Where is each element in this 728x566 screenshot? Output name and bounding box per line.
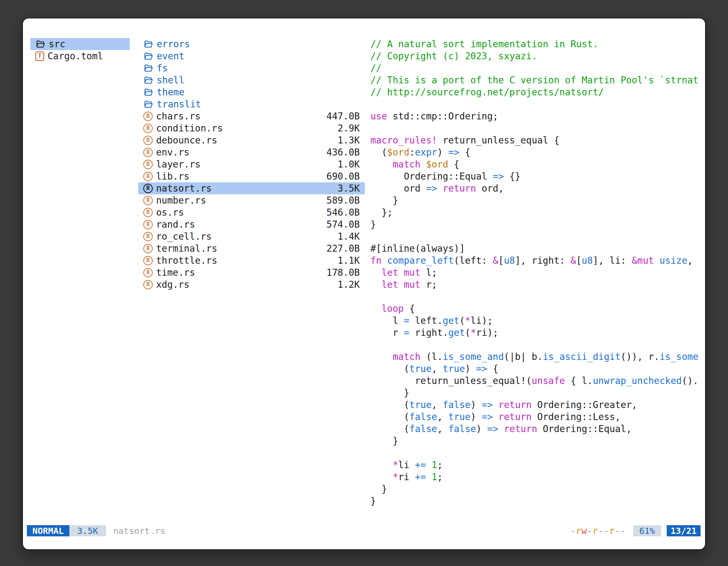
file-row[interactable]: TCargo.toml xyxy=(30,50,130,62)
mode-badge: NORMAL xyxy=(27,525,69,536)
code-line: (true, false) => return Ordering::Greate… xyxy=(370,399,698,411)
entry-size: 178.0B xyxy=(323,267,360,278)
rust-file-icon: R xyxy=(143,232,153,241)
code-line: match (l.is_some_and(|b| b.is_ascii_digi… xyxy=(370,351,698,363)
file-row[interactable]: Rtime.rs178.0B xyxy=(138,267,365,279)
file-row[interactable]: Rnatsort.rs3.5K xyxy=(138,182,365,194)
entry-name: Cargo.toml xyxy=(48,51,103,62)
status-filename: natsort.rs xyxy=(113,526,166,536)
code-line: return_unless_equal!(unsafe { l.unwrap_u… xyxy=(370,375,698,387)
code-line: *ri += 1; xyxy=(370,471,698,483)
file-row[interactable]: Renv.rs436.0B xyxy=(138,146,365,158)
dir-row[interactable]: event xyxy=(138,50,365,62)
rust-file-icon: R xyxy=(143,220,153,229)
current-panel: errorseventfsshellthemetranslitRchars.rs… xyxy=(138,38,365,290)
rust-file-icon: R xyxy=(143,280,153,289)
code-line: } xyxy=(370,483,698,495)
file-row[interactable]: Ros.rs546.0B xyxy=(138,206,365,219)
entry-size: 227.0B xyxy=(323,243,360,254)
entry-name: condition.rs xyxy=(156,123,223,134)
preview-panel: // A natural sort implementation in Rust… xyxy=(370,38,698,507)
code-line: Ordering::Equal => {} xyxy=(370,170,698,182)
rust-file-icon: R xyxy=(143,196,153,205)
file-row[interactable]: Rro_cell.rs1.4K xyxy=(138,231,365,243)
folder-icon xyxy=(143,99,153,109)
code-line: (false, false) => return Ordering::Equal… xyxy=(370,423,698,435)
rust-file-icon: R xyxy=(143,256,153,266)
code-line: } xyxy=(370,435,698,447)
file-row[interactable]: Rcondition.rs2.9K xyxy=(138,122,365,134)
entry-name: throttle.rs xyxy=(156,255,217,266)
file-row[interactable]: Rchars.rs447.0B xyxy=(138,110,365,122)
code-line: l = left.get(*li); xyxy=(370,314,698,326)
code-line: } xyxy=(370,219,698,231)
code-line: } xyxy=(370,495,698,507)
entry-size: 1.0K xyxy=(334,159,360,170)
code-line: // xyxy=(370,62,698,74)
dir-row[interactable]: fs xyxy=(138,62,365,74)
file-row[interactable]: Rterminal.rs227.0B xyxy=(138,243,365,255)
dir-row[interactable]: theme xyxy=(138,86,365,98)
entry-name: layer.rs xyxy=(156,159,201,170)
file-row[interactable]: Rrand.rs574.0B xyxy=(138,219,365,231)
entry-name: number.rs xyxy=(156,195,206,206)
file-row[interactable]: Rxdg.rs1.2K xyxy=(138,279,365,290)
dir-row[interactable]: errors xyxy=(138,38,365,50)
rust-file-icon: R xyxy=(143,268,153,278)
entry-name: event xyxy=(157,51,184,62)
code-line: ($ord:expr) => { xyxy=(370,146,698,158)
file-row[interactable]: Rnumber.rs589.0B xyxy=(138,194,365,206)
entry-name: shell xyxy=(157,75,184,86)
entry-size: 589.0B xyxy=(323,195,360,206)
code-line: (true, true) => { xyxy=(370,363,698,375)
code-line: #[inline(always)] xyxy=(370,243,698,255)
code-line xyxy=(370,122,698,134)
file-row[interactable]: Rthrottle.rs1.1K xyxy=(138,255,365,267)
folder-icon xyxy=(143,75,153,85)
file-manager-window: srcTCargo.toml errorseventfsshellthemetr… xyxy=(22,18,706,550)
entry-name: env.rs xyxy=(156,147,189,158)
entry-name: ro_cell.rs xyxy=(156,231,212,242)
entry-name: theme xyxy=(157,87,184,98)
status-right-group: -rw-r--r-- 61% 13/21 xyxy=(570,525,701,536)
entry-size: 436.0B xyxy=(323,147,360,158)
code-line: // Copyright (c) 2023, sxyazi. xyxy=(370,50,698,62)
dir-row[interactable]: translit xyxy=(138,98,365,110)
rust-file-icon: R xyxy=(143,244,153,254)
main-area: srcTCargo.toml errorseventfsshellthemetr… xyxy=(23,18,705,525)
code-line: // This is a port of the C version of Ma… xyxy=(370,74,698,86)
dir-row[interactable]: shell xyxy=(138,74,365,86)
entry-name: lib.rs xyxy=(156,171,189,182)
parent-panel: srcTCargo.toml xyxy=(30,38,130,62)
code-line xyxy=(370,231,698,243)
entry-name: debounce.rs xyxy=(156,135,217,146)
code-line: } xyxy=(370,194,698,206)
code-line: (false, true) => return Ordering::Less, xyxy=(370,411,698,423)
code-line xyxy=(370,339,698,351)
rust-file-icon: R xyxy=(143,148,153,157)
dir-row[interactable]: src xyxy=(30,38,130,50)
file-row[interactable]: Rdebounce.rs1.3K xyxy=(138,134,365,146)
file-row[interactable]: Rlib.rs690.0B xyxy=(138,170,365,182)
code-line xyxy=(370,98,698,110)
rust-file-icon: R xyxy=(143,136,153,145)
entry-size: 574.0B xyxy=(323,219,360,230)
code-line: *li += 1; xyxy=(370,459,698,471)
rust-file-icon: R xyxy=(143,124,153,133)
code-line: loop { xyxy=(370,302,698,314)
code-line: let mut r; xyxy=(370,279,698,290)
code-line: match $ord { xyxy=(370,158,698,170)
rust-file-icon: R xyxy=(143,208,153,217)
entry-name: src xyxy=(49,39,65,50)
file-row[interactable]: Rlayer.rs1.0K xyxy=(138,158,365,170)
code-line xyxy=(370,447,698,459)
scroll-percent-badge: 61% xyxy=(633,525,661,536)
folder-icon xyxy=(35,39,45,49)
entry-name: errors xyxy=(157,39,190,50)
folder-icon xyxy=(143,87,153,97)
folder-icon xyxy=(143,51,153,61)
code-line xyxy=(370,290,698,302)
code-line: ord => return ord, xyxy=(370,182,698,194)
entry-name: os.rs xyxy=(156,207,184,218)
entry-size: 1.4K xyxy=(334,231,360,242)
